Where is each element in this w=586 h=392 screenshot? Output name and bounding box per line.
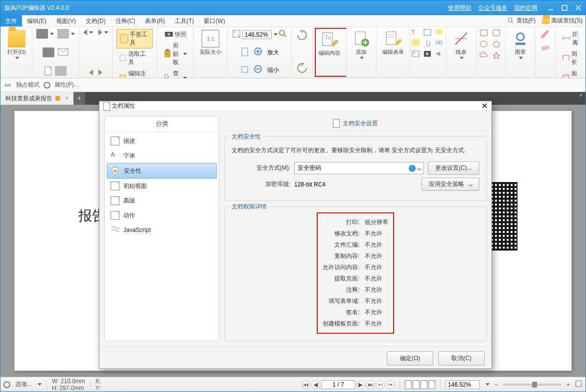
menu-find[interactable]: 查找(F)	[516, 17, 536, 25]
exclusive-mode-button[interactable]: 独占模式	[16, 81, 40, 89]
status-zoom-in-icon[interactable]: +	[566, 381, 570, 388]
add-button[interactable]: 添加	[351, 29, 372, 60]
scan-icon[interactable]	[57, 29, 69, 39]
next-page-icon[interactable]: ▶	[356, 380, 365, 389]
printer-icon[interactable]	[43, 47, 54, 57]
menu-advanced-find[interactable]: 高级查找(S)	[551, 17, 583, 25]
redo-icon[interactable]	[98, 29, 102, 35]
zoom-input[interactable]	[242, 30, 272, 39]
page-input[interactable]	[321, 380, 355, 389]
category-actions[interactable]: 动作	[107, 208, 217, 223]
status-zoom-input[interactable]	[445, 380, 480, 389]
print-icon[interactable]	[36, 29, 48, 39]
eraser-icon[interactable]	[539, 43, 551, 53]
circle-shape-icon[interactable]	[479, 40, 490, 49]
category-security[interactable]: 安全性	[107, 163, 217, 179]
perimeter-button[interactable]: 周长	[560, 48, 581, 68]
rect-shape-icon[interactable]	[479, 29, 490, 38]
rounded-rect-icon[interactable]	[492, 29, 503, 38]
snapshot-button[interactable]: 快照	[162, 29, 189, 40]
video-icon[interactable]	[423, 50, 433, 59]
first-page-icon[interactable]: ⏮	[302, 380, 310, 389]
prev-page-icon[interactable]: ◀	[311, 380, 320, 389]
category-advanced[interactable]: 高级	[107, 193, 217, 208]
facing-continuous-icon[interactable]	[428, 380, 435, 389]
distance-button[interactable]: 距离	[560, 29, 581, 48]
callout-icon[interactable]	[435, 29, 445, 37]
continuous-icon[interactable]	[413, 380, 420, 389]
last-page-icon[interactable]: ⏭	[366, 380, 375, 389]
edit-form-button[interactable]: 编辑表单	[380, 29, 406, 57]
service-link[interactable]: 公众号服务	[478, 4, 508, 11]
polygon-shape-icon[interactable]	[492, 40, 503, 49]
back-icon[interactable]	[89, 69, 93, 75]
fit-page-icon[interactable]	[240, 65, 250, 76]
from-scanner-icon[interactable]	[55, 66, 67, 76]
document-tab[interactable]: 科技查新成果报告 ×	[0, 92, 73, 105]
menu-file[interactable]: 文件	[0, 15, 22, 26]
sound-icon[interactable]	[435, 50, 445, 59]
hand-tool-button[interactable]: 手形工具	[117, 29, 153, 48]
category-initial-view[interactable]: 初始视图	[107, 179, 217, 193]
fit-icon[interactable]	[232, 29, 241, 40]
menu-document[interactable]: 文档(D)	[81, 15, 111, 26]
undo-icon[interactable]	[83, 29, 87, 35]
zoom-apply-icon[interactable]	[279, 29, 287, 40]
facing-icon[interactable]	[421, 380, 427, 389]
nav-fwd-icon[interactable]: ↪	[386, 380, 395, 389]
security-method-combo[interactable]: 安全密码 i	[294, 162, 424, 174]
pencil-icon[interactable]	[539, 29, 551, 40]
site-link[interactable]: 我的官网	[514, 4, 538, 11]
find-icon[interactable]	[507, 17, 516, 25]
properties-button[interactable]: 属性(P)...	[54, 81, 79, 89]
menu-annotation[interactable]: 注释(C)	[111, 15, 141, 26]
open-button[interactable]: 打开(O)	[5, 29, 28, 60]
rotate-cw-icon[interactable]	[296, 29, 308, 43]
actual-size-button[interactable]: 1:1 实际大小	[198, 29, 223, 57]
blank-page-icon[interactable]	[45, 67, 51, 75]
maximize-icon[interactable]	[561, 4, 568, 11]
image-icon[interactable]	[412, 50, 422, 59]
tabbar-close-all-icon[interactable]: ×	[576, 92, 586, 105]
menu-view[interactable]: 视图(V)	[51, 15, 81, 26]
category-description[interactable]: 描述	[107, 134, 217, 148]
change-settings-button[interactable]: 更改设置(C)...	[428, 161, 479, 175]
menu-edit[interactable]: 编辑(E)	[22, 15, 51, 26]
menu-window[interactable]: 窗口(W)	[199, 15, 230, 26]
close-icon[interactable]	[575, 4, 582, 11]
nav-back-icon[interactable]: ↩	[376, 380, 385, 389]
email-icon[interactable]	[58, 48, 69, 57]
category-fonts[interactable]: A字体	[107, 148, 217, 163]
zoom-in-icon[interactable]	[254, 47, 263, 58]
new-tab-button[interactable]: +	[73, 92, 85, 105]
link-icon[interactable]	[435, 39, 445, 48]
cloud-shape-icon[interactable]	[479, 51, 490, 61]
highlight-icon[interactable]	[412, 39, 420, 46]
clipboard-button[interactable]: 剪贴板	[161, 40, 189, 68]
edit-content-button[interactable]: Ta 编辑内容	[317, 30, 342, 58]
star-shape-icon[interactable]	[492, 51, 503, 61]
cancel-button[interactable]: 取消(C)	[438, 351, 485, 366]
options-button[interactable]: 选项...	[15, 380, 32, 389]
lines-button[interactable]: 线条	[450, 29, 472, 60]
ok-button[interactable]: 确定(O)	[387, 351, 433, 366]
textbox-icon[interactable]	[423, 29, 433, 37]
select-tool-button[interactable]: 选取工具	[117, 48, 153, 68]
advanced-find-icon[interactable]	[541, 17, 550, 25]
forward-icon[interactable]	[98, 69, 102, 75]
fullscreen-icon[interactable]	[575, 380, 583, 389]
menu-form[interactable]: 表单(R)	[140, 15, 170, 26]
status-zoom-out-icon[interactable]: −	[494, 381, 498, 388]
zoom-out-icon[interactable]	[254, 65, 263, 76]
zoom-slider[interactable]	[503, 384, 562, 386]
info-icon[interactable]: i	[409, 165, 416, 172]
menu-tools[interactable]: 工具(T)	[170, 15, 199, 26]
dialog-close-icon[interactable]: ✕	[481, 101, 488, 111]
stamp-button[interactable]: 图章	[510, 29, 531, 60]
fit-width-icon[interactable]	[240, 47, 250, 58]
help-link[interactable]: 使用帮助	[448, 4, 471, 11]
minimize-icon[interactable]	[547, 4, 554, 11]
category-javascript[interactable]: JavaScript	[107, 223, 217, 237]
apply-policy-button[interactable]: 应用安全策略	[422, 178, 479, 191]
rotate-ccw-icon[interactable]	[296, 62, 308, 76]
